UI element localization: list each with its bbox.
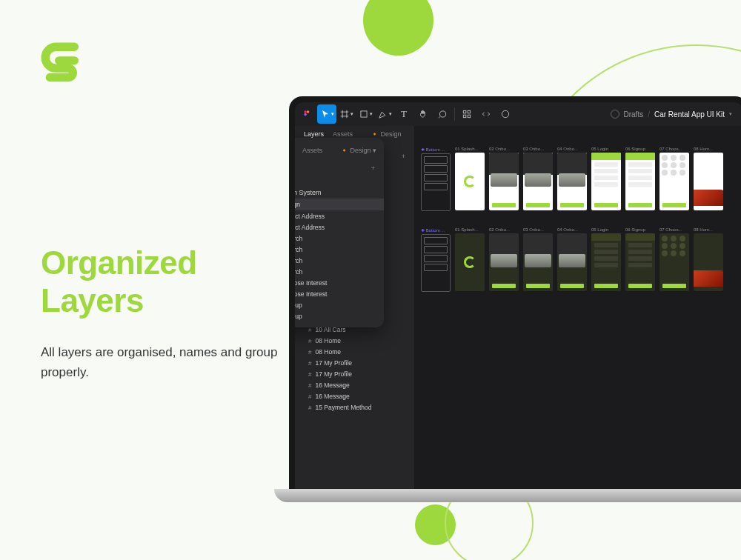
artboard[interactable] xyxy=(625,153,655,210)
frame-wrapper: 08 Hom... xyxy=(694,227,723,292)
move-tool-button[interactable]: ▾ xyxy=(317,104,336,124)
panel-tab-assets[interactable]: Assets xyxy=(302,147,322,154)
layer-item[interactable]: 08 Home xyxy=(295,346,413,357)
artboard[interactable] xyxy=(591,153,621,210)
artboard[interactable] xyxy=(557,233,587,291)
frame-label[interactable]: 06 Signup xyxy=(625,227,655,232)
artboard[interactable] xyxy=(523,233,553,291)
layer-item[interactable]: 08 Home xyxy=(295,335,413,346)
frame-tool-button[interactable]: ▾ xyxy=(336,104,356,124)
hero-title-line1: Organized xyxy=(41,244,285,282)
frame-label[interactable]: 01 Splash... xyxy=(455,147,485,151)
text-tool-button[interactable]: T xyxy=(394,104,413,124)
actions-button[interactable] xyxy=(496,104,515,124)
artboard[interactable] xyxy=(421,153,451,211)
layer-item[interactable]: 15 Payment Method xyxy=(295,401,413,413)
hero-section: Organized Layers All layers are organise… xyxy=(41,244,285,382)
pen-tool-button[interactable]: ▾ xyxy=(375,104,394,124)
frame-label[interactable]: ❖ Bottom ... xyxy=(421,227,451,233)
layer-item[interactable]: 00 Search xyxy=(289,255,384,266)
frame-label[interactable]: 05 Login xyxy=(591,147,621,151)
sidebar-add-page[interactable]: + xyxy=(402,153,405,160)
frame-label[interactable]: 08 Hom... xyxy=(694,227,723,232)
svg-point-8 xyxy=(502,110,508,117)
figma-logo-button[interactable] xyxy=(298,104,317,124)
frame-label[interactable]: 08 Hom... xyxy=(694,147,723,151)
page-item-design-system[interactable]: 💎Design System xyxy=(289,187,384,199)
artboard[interactable] xyxy=(625,233,655,291)
frame-wrapper: 05 Login xyxy=(591,147,621,211)
frame-wrapper: 07 Choos... xyxy=(659,147,689,211)
artboard[interactable] xyxy=(591,233,621,291)
page-item-preview[interactable]: Preview xyxy=(289,175,384,187)
artboard[interactable] xyxy=(489,153,519,210)
frame-wrapper: ❖ Bottom ... xyxy=(421,227,451,292)
svg-rect-6 xyxy=(463,115,466,118)
file-breadcrumb[interactable]: Drafts / Car Rental App UI Kit ▾ xyxy=(611,110,740,119)
layer-item[interactable]: 00 Search xyxy=(289,233,384,244)
frame-label[interactable]: 06 Signup xyxy=(625,147,655,151)
artboard[interactable] xyxy=(489,233,519,291)
layer-item[interactable]: 14 Select Address xyxy=(289,221,384,233)
layer-item[interactable]: 07 Choose Interest xyxy=(289,277,384,288)
frame-wrapper: 01 Splash... xyxy=(455,147,485,211)
layer-item[interactable]: 16 Message xyxy=(295,390,413,401)
team-name: Drafts xyxy=(624,110,644,119)
frame-label[interactable]: 02 Onbo... xyxy=(489,227,519,232)
artboard[interactable] xyxy=(659,153,689,210)
frame-wrapper: 04 Onbo... xyxy=(557,227,587,292)
artboard[interactable] xyxy=(659,233,689,291)
hero-title-line2: Layers xyxy=(41,282,285,320)
layer-item[interactable]: 17 My Profile xyxy=(295,368,413,379)
panel-page-chip[interactable]: 🔸 Design ▾ xyxy=(340,147,376,154)
comment-tool-button[interactable] xyxy=(433,104,452,124)
frame-wrapper: ❖ Bottom ... xyxy=(421,147,451,211)
layer-item[interactable]: 06 Signup xyxy=(289,299,384,310)
layer-item[interactable]: 14 Select Address xyxy=(289,210,384,221)
artboard[interactable] xyxy=(455,153,485,210)
frame-wrapper: 07 Choos... xyxy=(659,227,689,292)
frame-icon xyxy=(308,359,311,367)
artboard[interactable] xyxy=(455,233,485,291)
frame-wrapper: 05 Login xyxy=(591,227,621,292)
svg-rect-2 xyxy=(307,110,310,113)
frame-label[interactable]: 04 Onbo... xyxy=(557,147,587,151)
figma-canvas[interactable]: ❖ Bottom ...01 Splash...02 Onbo...03 Onb… xyxy=(413,126,741,489)
svg-rect-4 xyxy=(463,110,466,113)
frame-label[interactable]: 02 Onbo... xyxy=(489,147,519,151)
frame-label[interactable]: 05 Login xyxy=(591,227,621,232)
frame-label[interactable]: 03 Onbo... xyxy=(523,147,553,151)
layer-item[interactable]: 00 Search xyxy=(289,244,384,255)
svg-rect-7 xyxy=(468,115,471,118)
frame-label[interactable]: 07 Choos... xyxy=(659,147,689,151)
brand-logo xyxy=(41,41,90,93)
dev-mode-button[interactable] xyxy=(476,104,496,124)
frame-wrapper: 04 Onbo... xyxy=(557,147,587,211)
artboard[interactable] xyxy=(523,153,553,210)
artboard[interactable] xyxy=(694,153,723,210)
hand-tool-button[interactable] xyxy=(413,104,433,124)
layer-item[interactable]: 17 My Profile xyxy=(295,357,413,368)
frame-label[interactable]: 04 Onbo... xyxy=(557,227,587,232)
frame-label[interactable]: 01 Splash... xyxy=(455,227,485,232)
layer-item[interactable]: 07 Choose Interest xyxy=(289,288,384,299)
frame-wrapper: 03 Onbo... xyxy=(523,227,553,292)
laptop-mockup: ▾ ▾ ▾ ▾ T Drafts / Car Rental App UI Kit… xyxy=(289,96,741,502)
add-page-button[interactable]: + xyxy=(371,164,375,172)
artboard[interactable] xyxy=(557,153,587,210)
panel-tab-layers[interactable]: Layers xyxy=(289,147,292,154)
frame-label[interactable]: 03 Onbo... xyxy=(523,227,553,232)
layer-item[interactable]: 16 Message xyxy=(295,379,413,390)
shape-tool-button[interactable]: ▾ xyxy=(356,104,375,124)
frame-label[interactable]: ❖ Bottom ... xyxy=(421,147,451,152)
artboard[interactable] xyxy=(694,233,723,291)
frame-label[interactable]: 07 Choos... xyxy=(659,227,689,232)
frame-icon xyxy=(308,348,311,356)
svg-rect-1 xyxy=(304,113,307,116)
page-item-design[interactable]: ▾🔸 Design xyxy=(289,199,384,210)
frame-icon xyxy=(308,381,311,389)
layer-item[interactable]: 00 Search xyxy=(289,266,384,277)
artboard[interactable] xyxy=(421,234,451,292)
layer-item[interactable]: 06 Signup xyxy=(289,310,384,321)
resources-button[interactable] xyxy=(457,104,476,124)
